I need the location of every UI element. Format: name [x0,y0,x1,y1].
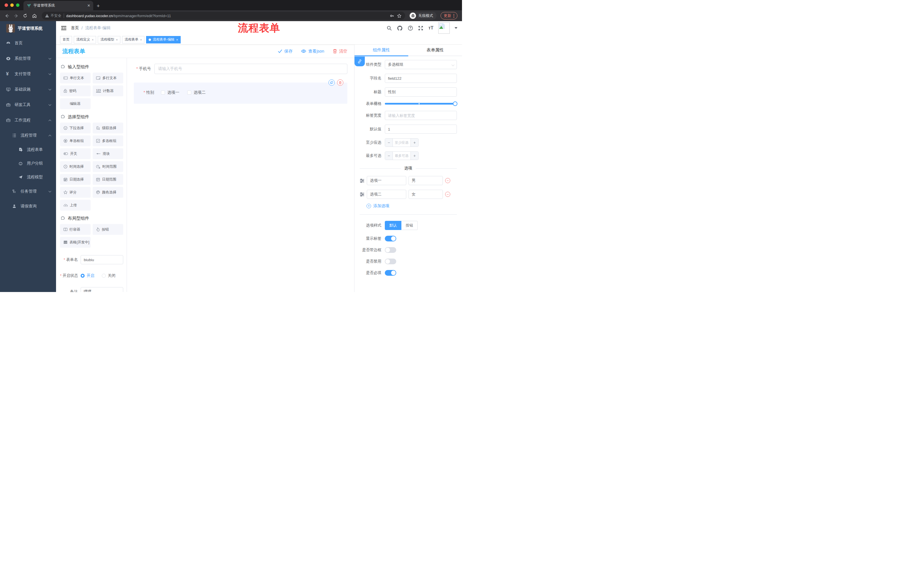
tag-process-form-edit[interactable]: 流程表单-编辑× [146,36,180,43]
phone-field-input[interactable]: 请输入手机号 [154,64,347,74]
url-text[interactable]: dashboard.yudao.iocoder.cn/bpm/manager/f… [66,14,388,18]
component-tile-row-container[interactable]: 行容器 [60,224,91,235]
component-tile-color-picker[interactable]: 颜色选择 [92,187,123,198]
zoom-window-button[interactable] [16,3,20,7]
max-select-stepper[interactable]: −最多可选+ [385,151,419,160]
default-value-input[interactable] [385,125,457,134]
form-canvas[interactable]: 手机号 请输入手机号 [127,58,354,292]
remove-option-button[interactable]: − [445,178,450,183]
clear-button[interactable]: 清空 [333,49,347,54]
required-switch[interactable] [385,270,396,276]
drag-handle-icon[interactable] [360,192,365,197]
slider-handle[interactable] [453,102,457,106]
tag-home[interactable]: 首页 [60,36,72,43]
with-border-switch[interactable] [385,247,396,253]
increase-button[interactable]: + [411,138,418,146]
label-width-input[interactable] [385,111,457,120]
github-icon[interactable] [397,25,403,31]
component-tile-radio-group[interactable]: 单选框组 [60,135,91,146]
tab-close-icon[interactable]: ✕ [87,3,90,8]
option-label-input[interactable] [367,176,406,185]
delete-field-button[interactable] [337,79,343,86]
component-tile-cascader[interactable]: 级联选择 [92,123,123,133]
gender-option-2-checkbox[interactable]: 选项二 [187,90,206,95]
decrease-button[interactable]: − [385,138,393,146]
form-grid-slider[interactable] [385,102,457,106]
sidebar-item-workflow[interactable]: 工作流程 [0,113,56,128]
tag-close-icon[interactable]: × [92,38,94,41]
sidebar-item-process-form[interactable]: 流程表单 [0,143,56,156]
component-tile-upload[interactable]: 上传 [60,200,91,211]
gender-option-1-checkbox[interactable]: 选项一 [161,90,179,95]
component-tile-single-line-text[interactable]: 单行文本 [60,72,91,84]
show-label-switch[interactable] [385,236,396,242]
browser-update-button[interactable]: 更新 [441,12,457,20]
key-icon[interactable] [390,13,394,18]
browser-tab[interactable]: 芋道管理系统 ✕ [23,1,93,10]
canvas-field-phone[interactable]: 手机号 请输入手机号 [134,64,347,74]
view-json-button[interactable]: 查看json [301,49,324,54]
field-name-input[interactable] [385,74,457,83]
title-input[interactable] [385,87,457,97]
option-label-input[interactable] [367,190,406,199]
bookmark-star-icon[interactable] [397,13,402,18]
component-tile-editor[interactable]: 编辑器 [60,98,91,109]
canvas-field-gender-selected[interactable]: 性别 选项一 选项二 [134,82,347,104]
component-tile-date-picker[interactable]: 日期选择 [60,174,91,185]
tag-close-icon[interactable]: × [176,38,178,41]
component-tile-switch[interactable]: 开关 [60,148,91,159]
component-tile-password[interactable]: 密码 [60,86,91,96]
sidebar-item-payment[interactable]: ¥ 支付管理 [0,66,56,82]
forward-icon[interactable] [12,12,20,20]
component-tile-button[interactable]: 按钮 [92,224,123,235]
form-remark-textarea[interactable]: 嘿嘿 [81,287,123,292]
component-tile-select[interactable]: 下拉选择 [60,123,91,133]
sidebar-item-user-group[interactable]: 用户分组 [0,156,56,170]
decrease-button[interactable]: − [385,152,393,160]
sidebar-item-devtools[interactable]: 研发工具 [0,97,56,113]
component-tile-checkbox-group[interactable]: 多选框组 [92,135,123,146]
sidebar-item-home[interactable]: 首页 [0,35,56,51]
browser-menu-icon[interactable] [454,14,454,18]
component-tile-time-picker[interactable]: 时间选择 [60,161,91,172]
increase-button[interactable]: + [411,152,418,160]
status-radio-closed[interactable]: 关闭 [102,273,116,278]
tag-close-icon[interactable]: × [140,38,142,41]
component-type-select[interactable] [385,60,457,69]
component-tile-time-range[interactable]: 时间范围 [92,161,123,172]
sidebar-logo[interactable]: 芋道管理系统 [0,21,56,35]
tag-process-model[interactable]: 流程模型× [98,36,120,43]
component-tile-rate[interactable]: 评分 [60,187,91,198]
close-window-button[interactable] [5,3,8,7]
option-value-input[interactable] [409,190,443,199]
tag-process-form[interactable]: 流程表单× [122,36,144,43]
save-button[interactable]: 保存 [278,49,292,54]
remove-option-button[interactable]: − [445,192,450,197]
back-icon[interactable] [3,12,11,20]
tab-component-props[interactable]: 组件属性 [355,44,408,56]
home-icon[interactable] [30,12,38,20]
style-default-button[interactable]: 默认 [385,221,401,230]
component-tile-table[interactable]: 表格[开发中] [60,237,91,248]
component-tile-counter[interactable]: 123 计数器 [92,86,123,96]
avatar-dropdown-caret-icon[interactable] [455,27,457,29]
minimize-window-button[interactable] [10,3,14,7]
help-icon[interactable] [408,25,413,31]
drag-handle-icon[interactable] [360,179,365,183]
avatar[interactable] [438,22,450,34]
address-bar[interactable]: 不安全 dashboard.yudao.iocoder.cn/bpm/manag… [42,12,405,20]
new-tab-button[interactable]: + [97,3,100,10]
sidebar-item-system[interactable]: 系统管理 [0,51,56,66]
reload-icon[interactable] [21,12,29,20]
security-status[interactable]: 不安全 [45,13,61,18]
fullscreen-icon[interactable] [418,25,423,31]
status-radio-open[interactable]: 开启 [81,273,94,278]
component-tile-slider[interactable]: 滑块 [92,148,123,159]
collapse-sidebar-icon[interactable] [61,25,67,31]
sidebar-item-leave-query[interactable]: 请假查询 [0,199,56,214]
font-size-icon[interactable]: тT [428,25,433,31]
min-select-stepper[interactable]: −至少应选+ [385,138,419,147]
sidebar-item-task-management[interactable]: 任务管理 [0,184,56,199]
tag-process-definition[interactable]: 流程定义× [74,36,96,43]
option-value-input[interactable] [409,176,443,185]
